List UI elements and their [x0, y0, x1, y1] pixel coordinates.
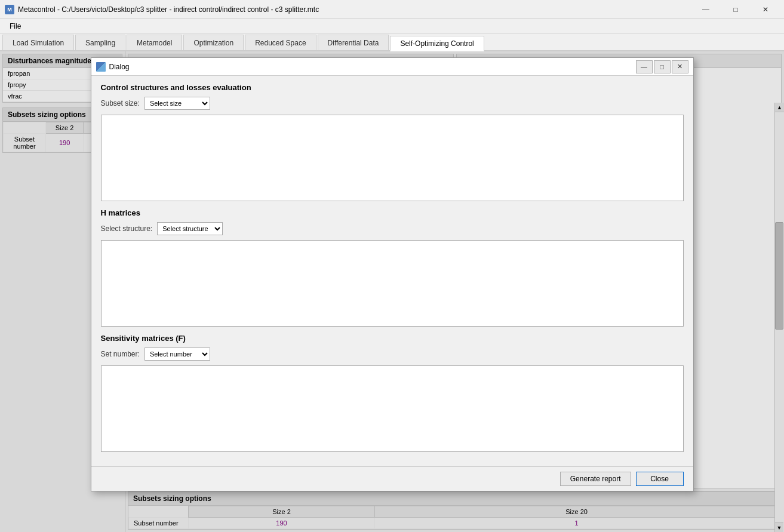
sensitivity-matrices-title: Sensitivity matrices (F) — [101, 334, 684, 343]
app-icon: M — [5, 5, 14, 14]
tab-differential-data[interactable]: Differential Data — [318, 35, 389, 50]
sensitivity-matrices-section: Sensitivity matrices (F) Set number: Sel… — [101, 334, 684, 452]
sensitivity-matrices-content-area — [101, 365, 684, 452]
tab-metamodel[interactable]: Metamodel — [127, 35, 182, 50]
dialog-icon — [96, 62, 106, 72]
control-structures-section: Control structures and losses evaluation… — [101, 83, 684, 201]
dialog: Dialog — □ ✕ Control structures and loss… — [91, 57, 694, 491]
subset-size-dropdown[interactable]: Select size — [144, 97, 210, 110]
select-structure-row: Select structure: Select structure — [101, 222, 684, 235]
set-number-dropdown[interactable]: Select number — [144, 348, 210, 361]
tab-self-optimizing-control[interactable]: Self-Optimizing Control — [390, 36, 484, 51]
maximize-button[interactable]: □ — [722, 0, 749, 19]
h-matrices-content-area — [101, 240, 684, 327]
tab-bar: Load Simulation Sampling Metamodel Optim… — [0, 33, 784, 51]
dialog-title: Dialog — [109, 63, 636, 71]
file-menu[interactable]: File — [5, 21, 26, 32]
tab-reduced-space[interactable]: Reduced Space — [245, 35, 316, 50]
dialog-body: Control structures and losses evaluation… — [91, 76, 693, 466]
title-bar: M Metacontrol - C:/Users/victo/Desktop/c… — [0, 0, 784, 19]
dialog-controls: — □ ✕ — [636, 60, 688, 73]
dialog-close-button[interactable]: ✕ — [672, 60, 688, 73]
tab-sampling[interactable]: Sampling — [75, 35, 125, 50]
set-number-row: Set number: Select number — [101, 348, 684, 361]
dialog-maximize-button[interactable]: □ — [654, 60, 671, 73]
window-title: Metacontrol - C:/Users/victo/Desktop/c3 … — [18, 5, 692, 14]
control-structures-content-area — [101, 115, 684, 201]
control-structures-title: Control structures and losses evaluation — [101, 83, 684, 92]
dialog-footer: Generate report Close — [91, 466, 693, 491]
tab-optimization[interactable]: Optimization — [183, 35, 244, 50]
h-matrices-title: H matrices — [101, 208, 684, 217]
select-structure-label: Select structure: — [101, 225, 153, 233]
dialog-title-bar: Dialog — □ ✕ — [91, 58, 693, 76]
main-content: Disturbances magnitude fpropan fpropy vf… — [0, 51, 784, 532]
subset-size-label: Subset size: — [101, 99, 140, 107]
h-matrices-section: H matrices Select structure: Select stru… — [101, 208, 684, 327]
dialog-minimize-button[interactable]: — — [636, 60, 653, 73]
title-bar-controls: — □ ✕ — [692, 0, 779, 19]
set-number-label: Set number: — [101, 350, 140, 358]
subset-size-row: Subset size: Select size — [101, 97, 684, 110]
select-structure-dropdown[interactable]: Select structure — [157, 222, 223, 235]
generate-report-button[interactable]: Generate report — [560, 472, 631, 486]
dialog-overlay: Dialog — □ ✕ Control structures and loss… — [0, 51, 784, 532]
close-button[interactable]: ✕ — [752, 0, 779, 19]
tab-load-simulation[interactable]: Load Simulation — [2, 35, 74, 50]
menu-bar: File — [0, 19, 784, 33]
minimize-button[interactable]: — — [692, 0, 720, 19]
dialog-close-footer-button[interactable]: Close — [636, 472, 684, 486]
